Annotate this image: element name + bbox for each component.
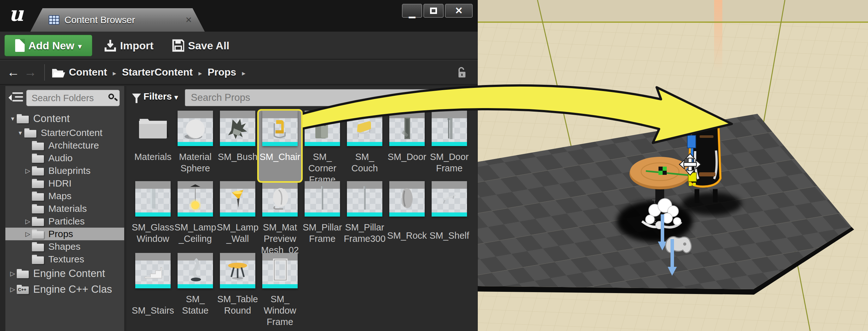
sidebar-item-particles[interactable]: ▷Particles <box>5 215 124 228</box>
filters-button[interactable]: Filters ▾ <box>132 91 178 102</box>
sidebar-item-blueprints[interactable]: ▷Blueprints <box>5 164 124 177</box>
asset-thumbnail-sm-corner-frame <box>305 111 340 146</box>
collapse-sources-icon[interactable] <box>9 92 23 103</box>
tree-collapsed-icon[interactable]: ▷ <box>24 217 32 225</box>
folder-tree: ▾Content▾StarterContentArchitectureAudio… <box>5 111 124 297</box>
window-titlebar[interactable]: u Content Browser ✕ ▁ ✕ <box>0 0 478 32</box>
sidebar-item-props[interactable]: ▷Props <box>5 228 124 240</box>
tab-title: Content Browser <box>64 14 135 25</box>
breadcrumb-item-props[interactable]: Props <box>208 66 236 78</box>
sidebar-item-label: Maps <box>48 191 71 201</box>
gizmo-green-handle[interactable] <box>658 167 667 175</box>
sidebar-item-hdri[interactable]: HDRI <box>5 177 124 190</box>
tree-collapsed-icon[interactable]: ▷ <box>24 230 32 238</box>
folder-icon <box>32 242 44 251</box>
asset-tile-sm-shelf[interactable]: SM_Shelf <box>428 181 470 253</box>
forward-button[interactable]: → <box>24 65 37 79</box>
minimize-button[interactable]: ▁ <box>402 4 422 18</box>
static-mesh-type-stripe <box>262 284 298 288</box>
asset-tile-sm-bush[interactable]: SM_Bush <box>216 111 259 181</box>
asset-thumbnail-sm-stairs <box>135 253 170 288</box>
asset-label: SM_Rock <box>387 218 427 253</box>
tab-content-browser[interactable]: Content Browser ✕ <box>30 8 205 32</box>
tree-expanded-icon[interactable]: ▾ <box>16 129 24 137</box>
static-mesh-type-stripe <box>220 284 255 288</box>
sidebar-item-shapes[interactable]: Shapes <box>5 240 124 253</box>
asset-label: SM_WindowFrame <box>264 293 296 331</box>
folder-icon <box>32 141 44 150</box>
search-folders-input[interactable] <box>26 90 120 106</box>
asset-label: SM_Lamp_Wall <box>217 221 258 253</box>
back-button[interactable]: ← <box>7 65 20 79</box>
tree-collapsed-icon[interactable]: ▷ <box>8 270 17 277</box>
import-label: Import <box>120 39 154 52</box>
breadcrumb-separator-icon[interactable]: ▸ <box>242 69 246 77</box>
separator <box>44 64 45 81</box>
import-button[interactable]: Import <box>104 35 154 56</box>
folder-icon <box>32 255 44 264</box>
tree-collapsed-icon[interactable]: ▷ <box>8 285 17 293</box>
sidebar-item-label: Engine Content <box>33 267 105 279</box>
gamepad-player-start-sprite[interactable] <box>666 237 691 253</box>
asset-thumbnail-sm-mat-preview-mesh-02 <box>262 181 298 216</box>
add-new-button[interactable]: Add New ▾ <box>4 35 92 56</box>
level-viewport[interactable]: Preview <box>478 0 868 331</box>
path-navigation-bar: ← → Content▸StarterContent▸Props▸ <box>0 60 478 85</box>
lock-unlocked-icon[interactable] <box>457 67 466 79</box>
sidebar-item-audio[interactable]: Audio <box>5 152 124 164</box>
folder-icon <box>32 179 44 188</box>
breadcrumb-item-content[interactable]: Content <box>69 66 107 78</box>
static-mesh-type-stripe <box>220 212 255 216</box>
sidebar-item-architecture[interactable]: Architecture <box>5 139 124 152</box>
filter-funnel-icon <box>132 94 141 99</box>
static-mesh-type-stripe <box>389 142 425 146</box>
maximize-button[interactable] <box>424 4 444 18</box>
tree-expanded-icon[interactable]: ▾ <box>8 115 17 122</box>
sidebar-item-engine-content[interactable]: ▷Engine Content <box>5 266 124 281</box>
breadcrumb-item-startercontent[interactable]: StarterContent <box>122 66 193 78</box>
tree-collapsed-icon[interactable]: ▷ <box>24 167 32 175</box>
asset-tile-sm-door-frame[interactable]: SM_DoorFrame <box>428 111 470 181</box>
maximize-icon <box>430 8 437 14</box>
sidebar-item-maps[interactable]: Maps <box>5 190 124 202</box>
asset-label: SM_DoorFrame <box>430 151 469 181</box>
asset-label: SM_Chair <box>260 151 301 181</box>
sidebar-item-materials[interactable]: Materials <box>5 202 124 215</box>
search-assets-input[interactable] <box>185 89 458 106</box>
asset-tile-sm-pillar-frame300[interactable]: SM_PillarFrame300 <box>343 181 386 253</box>
static-mesh-type-stripe <box>347 142 382 146</box>
asset-tile-material-sphere[interactable]: MaterialSphere <box>174 111 216 181</box>
asset-tile-sm-lamp-ceiling[interactable]: SM_Lamp_Ceiling <box>174 181 216 253</box>
sidebar-item-engine-c-clas[interactable]: ▷Engine C++ Clas <box>5 281 124 297</box>
asset-thumbnail-sm-window-frame <box>262 253 298 288</box>
asset-tile-materials[interactable]: Materials <box>132 111 174 181</box>
minimize-icon: ▁ <box>403 7 422 20</box>
asset-label: SM_PillarFrame300 <box>344 221 385 253</box>
asset-tile-sm-window-frame[interactable]: SM_WindowFrame <box>259 253 301 331</box>
save-all-button[interactable]: Save All <box>172 35 229 56</box>
breadcrumb-separator-icon[interactable]: ▸ <box>113 69 116 77</box>
asset-tile-sm-rock[interactable]: SM_Rock <box>386 181 428 253</box>
breadcrumb-separator-icon[interactable]: ▸ <box>198 69 202 77</box>
folder-thumbnail-icon <box>135 111 170 146</box>
sidebar-item-content[interactable]: ▾Content <box>5 111 124 126</box>
asset-tile-sm-lamp-wall[interactable]: SM_Lamp_Wall <box>216 181 259 253</box>
asset-tile-sm-door[interactable]: SM_Door <box>386 111 428 181</box>
close-button[interactable]: ✕ <box>445 4 473 18</box>
tab-close-icon[interactable]: ✕ <box>185 15 192 25</box>
static-mesh-type-stripe <box>135 284 170 288</box>
asset-tile-sm-glass-window[interactable]: SM_GlassWindow <box>132 181 174 253</box>
sidebar-item-label: Textures <box>48 254 84 265</box>
sidebar-item-textures[interactable]: Textures <box>5 253 124 266</box>
static-mesh-type-stripe <box>305 142 340 146</box>
asset-tile-sm-table-round[interactable]: SM_TableRound <box>216 253 259 331</box>
asset-tile-sm-chair[interactable]: SM_Chair <box>259 111 301 181</box>
asset-tile-sm-couch[interactable]: SM_Couch <box>343 111 386 181</box>
asset-tile-sm-corner-frame[interactable]: SM_CornerFrame <box>301 111 343 181</box>
asset-tile-sm-statue[interactable]: SM_Statue <box>174 253 216 331</box>
asset-tile-sm-stairs[interactable]: SM_Stairs <box>132 253 174 331</box>
asset-tile-sm-pillar-frame[interactable]: SM_PillarFrame <box>301 181 343 253</box>
sidebar-item-startercontent[interactable]: ▾StarterContent <box>5 126 124 139</box>
asset-tile-sm-mat-preview-mesh-02[interactable]: SM_MatPreviewMesh_02 <box>259 181 301 253</box>
import-icon <box>104 39 116 52</box>
